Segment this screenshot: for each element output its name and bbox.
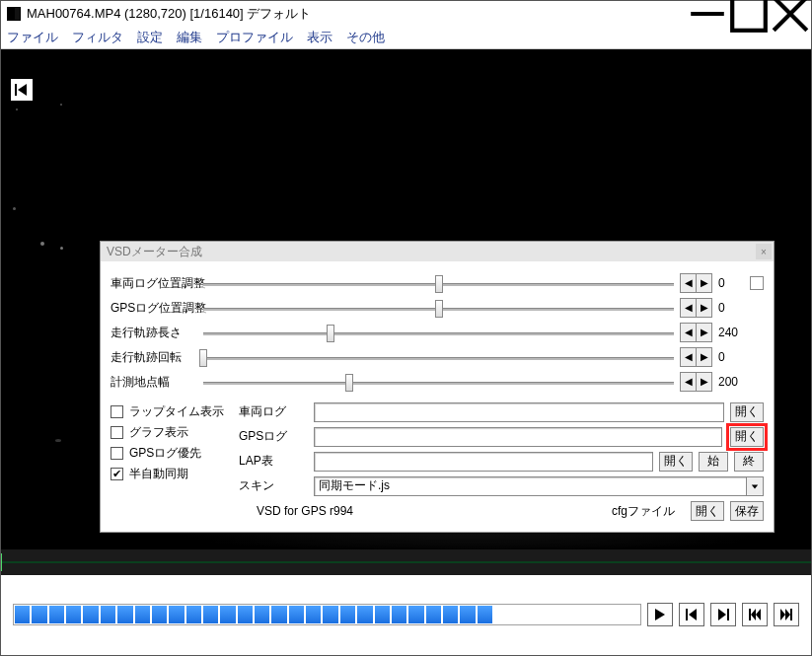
first-frame-button[interactable] [742,603,768,626]
vehicle-log-label: 車両ログ [239,403,308,420]
gps-log-input[interactable] [314,427,722,447]
lap-table-input[interactable] [314,452,653,472]
slider-track[interactable] [203,324,674,341]
window-buttons [687,1,811,27]
last-frame-button[interactable] [774,603,799,626]
slider-row: GPSログ位置調整◀▶0 [111,296,764,320]
window-title: MAH00764.MP4 (1280,720) [1/16140] デフォルト [27,5,687,23]
rewind-to-start-button[interactable] [11,79,33,101]
nudge-right-button[interactable]: ▶ [696,324,711,341]
nudge-right-button[interactable]: ▶ [696,299,711,317]
svg-marker-13 [751,609,756,620]
info-row: VSD for GPS r994 cfgファイル 開く 保存 [239,500,764,522]
vsd-meter-dialog: VSDメーター合成 × 車両ログ位置調整◀▶0GPSログ位置調整◀▶0走行軌跡長… [100,241,775,533]
nudge-left-button[interactable]: ◀ [681,274,696,292]
maximize-icon [728,0,770,35]
slider-row: 走行軌跡長さ◀▶240 [111,321,764,344]
checkbox-row: ✔半自動同期 [111,464,239,484]
menu-settings[interactable]: 設定 [137,29,163,46]
next-keyframe-button[interactable] [710,603,736,626]
menu-other[interactable]: その他 [346,29,385,46]
app-icon [7,7,21,21]
play-button[interactable] [647,603,673,626]
nudge-left-button[interactable]: ◀ [681,373,696,391]
play-icon [653,608,667,621]
video-preview: VSDメーター合成 × 車両ログ位置調整◀▶0GPSログ位置調整◀▶0走行軌跡長… [1,49,811,549]
vehicle-log-input[interactable] [314,402,724,422]
nudge-left-button[interactable]: ◀ [681,299,696,317]
slider-value: 240 [718,326,742,339]
slider-row: 計測地点幅◀▶200 [111,370,764,394]
svg-marker-6 [752,484,758,488]
player-controls [1,575,811,644]
next-keyframe-icon [716,608,730,621]
nudge-left-button[interactable]: ◀ [681,348,696,366]
slider-track[interactable] [203,299,674,317]
svg-marker-15 [780,609,785,620]
cfg-save-button[interactable]: 保存 [730,501,764,521]
lap-table-label: LAP表 [239,453,308,470]
nudge-right-button[interactable]: ▶ [696,373,711,391]
lap-table-end-button[interactable]: 終 [734,452,764,472]
close-icon: × [761,247,767,257]
gps-log-open-button[interactable]: 開く [730,427,764,447]
checkbox-label: 半自動同期 [129,466,188,482]
last-frame-icon [779,608,793,621]
svg-rect-11 [727,609,729,620]
nudge-buttons: ◀▶ [680,273,712,293]
lap-table-open-button[interactable]: 開く [659,452,693,472]
cfg-open-button[interactable]: 開く [691,501,724,521]
menu-view[interactable]: 表示 [307,29,332,46]
checkbox-label: グラフ表示 [129,424,188,441]
progress-bar[interactable] [13,604,641,625]
checkbox[interactable] [111,447,123,460]
nudge-left-button[interactable]: ◀ [681,324,696,341]
skin-select[interactable]: 同期モード.js [314,476,764,496]
svg-rect-1 [732,0,766,31]
dialog-close-button[interactable]: × [756,244,772,259]
nudge-buttons: ◀▶ [680,298,712,318]
close-button[interactable] [770,1,811,27]
slider-track[interactable] [203,274,674,292]
menu-profile[interactable]: プロファイル [216,29,293,46]
chevron-down-icon [746,477,763,495]
skin-select-value: 同期モード.js [319,477,390,494]
checkbox-label: GPSログ優先 [129,445,201,462]
cfg-file-label: cfgファイル [612,503,675,520]
close-icon [770,0,811,35]
svg-rect-12 [749,609,751,620]
svg-marker-14 [756,609,761,620]
checkbox-label: ラップタイム表示 [129,403,224,420]
nudge-right-button[interactable]: ▶ [696,348,711,366]
checkbox-row: GPSログ優先 [111,443,239,464]
checkbox[interactable] [111,405,123,418]
slider-value: 0 [718,276,742,290]
menu-filter[interactable]: フィルタ [72,29,123,46]
maximize-button[interactable] [728,1,770,27]
slider-track[interactable] [203,348,674,366]
prev-keyframe-icon [685,608,699,621]
checkbox-row: グラフ表示 [111,422,239,443]
skin-row: スキン 同期モード.js [239,474,764,498]
menu-edit[interactable]: 編集 [177,29,202,46]
first-frame-icon [748,608,762,621]
minimize-button[interactable] [687,1,728,27]
checkbox[interactable] [111,426,123,439]
vehicle-log-row: 車両ログ 開く [239,400,764,424]
prev-keyframe-button[interactable] [679,603,704,626]
gps-log-row: GPSログ 開く [239,424,764,449]
slider-row: 車両ログ位置調整◀▶0 [111,271,764,295]
svg-rect-4 [15,84,17,96]
checkbox[interactable]: ✔ [111,468,123,480]
checkbox-column: ラップタイム表示グラフ表示GPSログ優先✔半自動同期 [111,400,239,522]
dialog-title-bar[interactable]: VSDメーター合成 × [101,242,774,261]
highlight-box: 開く [726,423,768,451]
nudge-right-button[interactable]: ▶ [696,274,711,292]
corner-checkbox[interactable] [750,276,764,290]
timeline-strip[interactable] [1,549,811,575]
vehicle-log-open-button[interactable]: 開く [730,402,764,422]
slider-track[interactable] [203,373,674,391]
menu-file[interactable]: ファイル [7,29,58,46]
lap-table-start-button[interactable]: 始 [699,452,728,472]
svg-rect-8 [686,609,688,620]
